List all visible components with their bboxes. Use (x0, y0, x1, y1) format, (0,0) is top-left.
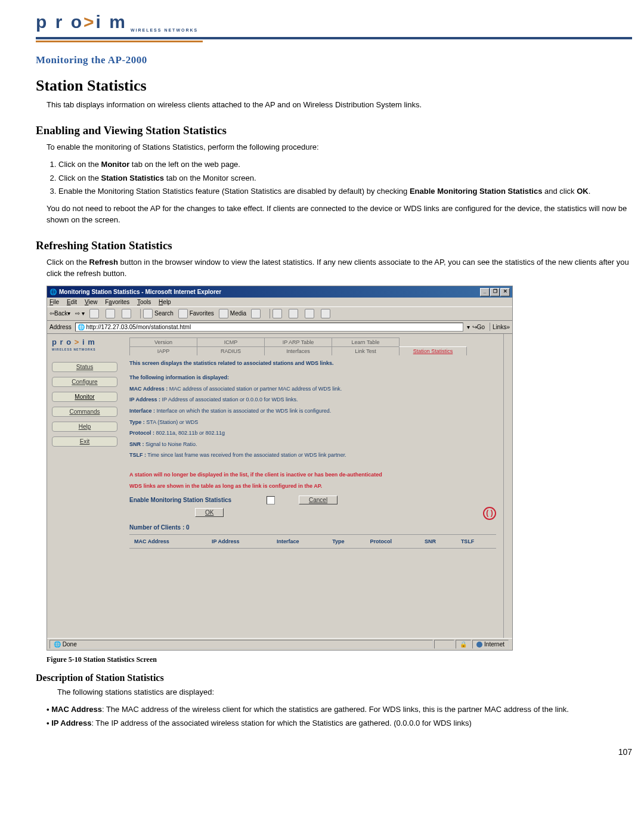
heading-description: Description of Station Statistics (36, 673, 632, 683)
enable-row: Enable Monitoring Station Statistics Can… (129, 496, 496, 504)
enable-steps: Click on the Monitor tab on the left on … (58, 159, 632, 198)
col-ip: IP Address (207, 536, 272, 547)
media-icon (219, 309, 228, 318)
history-icon[interactable] (251, 309, 261, 318)
stop-icon[interactable] (89, 309, 99, 318)
tab-icmp[interactable]: ICMP (197, 337, 265, 346)
maximize-icon: ❐ (490, 288, 500, 296)
menu-favorites[interactable]: Favorites (105, 299, 129, 305)
tab-radius[interactable]: RADIUS (197, 346, 265, 355)
panel-warn2: WDS links are shown in the table as long… (129, 482, 496, 490)
desc-intro: The following stations statistics are di… (57, 687, 632, 698)
enable-label: Enable Monitoring Station Statistics (129, 497, 267, 503)
panel-desc-line1: This screen displays the statistics rela… (129, 360, 496, 367)
enable-intro: To enable the monitoring of Stations Sta… (47, 142, 632, 153)
nav-help[interactable]: Help (52, 422, 117, 432)
tab-learn[interactable]: Learn Table (332, 337, 400, 346)
close-icon: ✕ (500, 288, 510, 296)
window-title: Monitoring Station Statistics - Microsof… (59, 289, 221, 295)
nav-status[interactable]: Status (52, 362, 117, 372)
enable-checkbox[interactable] (267, 496, 275, 504)
status-blank1 (434, 640, 454, 649)
status-zone: Internet (472, 640, 509, 649)
page-number: 107 (36, 747, 632, 757)
address-field[interactable]: 🌐 http://172.27.03.05/mon/stationstat.ht… (75, 323, 463, 332)
page-title: Station Statistics (36, 77, 632, 95)
menu-view[interactable]: View (85, 299, 98, 305)
tab-iparp[interactable]: IP ARP Table (264, 337, 332, 346)
help-icon[interactable]: ( ) (483, 507, 496, 520)
col-type: Type (327, 536, 365, 547)
logo-subtitle: WIRELESS NETWORKS (131, 28, 198, 32)
col-protocol: Protocol (365, 536, 419, 547)
proxim-logo: p r o > i m (36, 12, 127, 32)
intro-text: This tab displays information on wireles… (47, 100, 632, 111)
go-button[interactable]: ↪ Go (472, 324, 485, 330)
menu-help[interactable]: Help (159, 299, 171, 305)
media-button[interactable]: Media (219, 309, 246, 318)
links-button[interactable]: Links (493, 324, 506, 330)
step-1: Click on the Monitor tab on the left on … (58, 159, 632, 171)
status-security-icon: 🔒 (456, 640, 471, 649)
toolbar: ⇦ Back ▾ ⇨ ▾ Search Favorites Media (47, 306, 512, 321)
ie-icon: 🌐 (49, 289, 57, 295)
bullet-ip: IP Address: The IP address of the associ… (47, 718, 632, 729)
address-bar: Address 🌐 http://172.27.03.05/mon/statio… (47, 321, 512, 334)
bullet-mac: MAC Address: The MAC address of the wire… (47, 704, 632, 716)
star-icon (178, 309, 188, 318)
print-icon[interactable] (289, 309, 298, 318)
enable-note: You do not need to reboot the AP for the… (47, 203, 632, 226)
figure-caption: Figure 5-10 Station Statistics Screen (47, 655, 632, 664)
mail-icon[interactable] (273, 309, 282, 318)
page-header: p r o > i m WIRELESS NETWORKS (36, 12, 632, 39)
favorites-button[interactable]: Favorites (178, 309, 214, 318)
sidebar-logo-sub: WIRELESS NETWORKS (52, 348, 117, 351)
step-2: Click on the Station Statistics tab on t… (58, 173, 632, 184)
sidebar-logo: p r o > i m (52, 337, 117, 346)
tab-linktest[interactable]: Link Test (332, 346, 400, 355)
nav-configure[interactable]: Configure (52, 377, 117, 387)
vertical-scrollbar[interactable] (503, 334, 512, 639)
minimize-icon: _ (480, 288, 490, 296)
back-button[interactable]: ⇦ Back ▾ (49, 310, 70, 317)
address-dropdown-icon[interactable]: ▾ (467, 324, 470, 330)
home-icon[interactable] (122, 309, 131, 318)
refresh-icon[interactable] (106, 309, 115, 318)
ok-button[interactable]: OK (195, 508, 224, 517)
forward-button[interactable]: ⇨ ▾ (75, 310, 85, 317)
menu-tools[interactable]: Tools (137, 299, 151, 305)
tab-version[interactable]: Version (129, 337, 197, 346)
tab-panel: This screen displays the statistics rela… (129, 355, 496, 615)
menu-file[interactable]: File (49, 299, 59, 305)
menu-edit[interactable]: Edit (67, 299, 77, 305)
nav-commands[interactable]: Commands (52, 407, 117, 417)
window-buttons[interactable]: _❐✕ (479, 287, 510, 296)
search-button[interactable]: Search (143, 309, 174, 318)
statusbar: 🌐 Done 🔒 Internet (47, 638, 512, 650)
cancel-button[interactable]: Cancel (299, 496, 338, 504)
heading-refreshing: Refreshing Station Statistics (36, 239, 632, 252)
step-3: Enable the Monitoring Station Statistics… (58, 186, 632, 197)
edit-icon[interactable] (305, 309, 314, 318)
col-tslf: TSLF (456, 536, 496, 547)
status-done: 🌐 Done (49, 640, 433, 649)
col-mac: MAC Address (129, 536, 207, 547)
heading-enabling: Enabling and Viewing Station Statistics (36, 124, 632, 137)
tab-station-statistics[interactable]: Station Statistics (399, 346, 467, 355)
breadcrumb: Monitoring the AP-2000 (36, 54, 632, 66)
menubar[interactable]: File Edit View Favorites Tools Help (47, 298, 512, 306)
nav-monitor[interactable]: Monitor (52, 392, 117, 402)
internet-icon (476, 642, 482, 648)
stats-table: MAC Address IP Address Interface Type Pr… (129, 536, 496, 547)
desc-bullets: MAC Address: The MAC address of the wire… (47, 704, 632, 729)
main-panel: Version ICMP IP ARP Table Learn Table IA… (122, 334, 503, 639)
panel-warn1: A station will no longer be displayed in… (129, 471, 496, 479)
discuss-icon[interactable] (321, 309, 330, 318)
tab-iapp[interactable]: IAPP (129, 346, 197, 355)
col-interface: Interface (272, 536, 327, 547)
tab-interfaces[interactable]: Interfaces (264, 346, 332, 355)
orange-rule (36, 41, 203, 42)
nav-exit[interactable]: Exit (52, 436, 117, 447)
titlebar: 🌐 Monitoring Station Statistics - Micros… (47, 286, 512, 298)
col-snr: SNR (420, 536, 456, 547)
